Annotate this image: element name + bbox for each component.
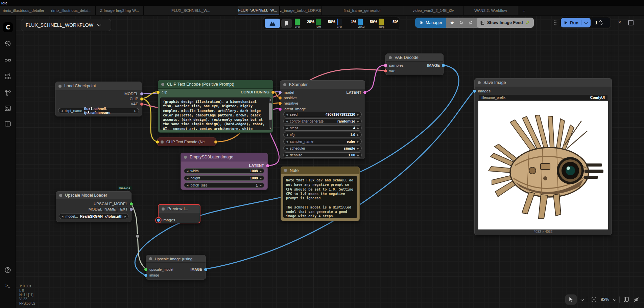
output-latent[interactable]: LATENT <box>346 90 366 94</box>
input-samples[interactable]: samples <box>384 63 404 67</box>
workflow-title-pill[interactable]: FLUX_SCHNELL_WORKFLOW <box>21 19 111 31</box>
bookmark-button[interactable] <box>281 19 292 28</box>
batch-count-stepper[interactable]: 1 <box>592 18 610 27</box>
bell-alt-icon[interactable] <box>468 20 473 25</box>
minimap-icon[interactable] <box>623 296 629 303</box>
tab-rimix-illustrious-detailer[interactable]: rimix_illustrious_detailer <box>0 6 47 15</box>
zoom-level[interactable]: 83% <box>601 297 609 302</box>
input-image[interactable]: image <box>144 273 159 277</box>
output-conditioning[interactable] <box>214 140 217 144</box>
layout-panels-icon[interactable] <box>4 120 12 128</box>
widget-model-name[interactable]: ◀model...RealESRGAN_x4plus.pth▶ <box>59 214 128 219</box>
prompt-textarea[interactable]: (graphic design illustration), a biomech… <box>160 97 271 130</box>
generated-image-preview[interactable] <box>478 101 608 229</box>
input-upscale-model[interactable]: upscale_model <box>144 267 173 271</box>
input-images[interactable] <box>157 219 160 222</box>
tab-video-wan2-2-14b-i2v[interactable]: video_wan2_2_14B_i2v <box>403 6 463 15</box>
cancel-run-button[interactable]: × <box>616 19 623 26</box>
widget-batch-size[interactable]: ◀batch_size1▶ <box>184 182 264 188</box>
input-positive[interactable]: positive <box>279 96 297 100</box>
node-header[interactable]: VAE Decode <box>386 54 443 62</box>
collapse-dot[interactable] <box>149 257 152 260</box>
widget-filename-prefix[interactable]: filename_prefixComfyUI <box>479 95 607 100</box>
gallery-icon[interactable] <box>4 104 12 112</box>
node-upscale-model-loader[interactable]: Upscale Model Loader UPSCALE_MODEL MODEL… <box>56 191 132 222</box>
node-header[interactable]: Save Image <box>475 79 612 87</box>
comfyui-logo[interactable]: C <box>3 22 13 32</box>
node-clip-text-encode-positive[interactable]: CLIP Text Encode (Positive Prompt) clip … <box>158 80 273 133</box>
output-upscale-model[interactable]: UPSCALE_MODEL <box>94 202 133 206</box>
widget-seed[interactable]: ◀seed490719673931320▶ <box>283 112 362 117</box>
collapse-dot[interactable] <box>389 56 392 59</box>
run-options-chevron-icon[interactable] <box>584 20 588 24</box>
terminal-icon[interactable]: >_ <box>4 282 12 290</box>
manager-button[interactable]: Manager <box>415 18 446 28</box>
node-vae-decode[interactable]: VAE Decode samples vae IMAGE <box>385 53 444 75</box>
collapse-dot[interactable] <box>161 83 164 86</box>
widget-denoise[interactable]: ◀denoise1.00▶ <box>283 152 362 158</box>
textarea-scrollbar[interactable]: ▲▼ <box>269 98 272 130</box>
widget-height[interactable]: ◀height1008▶ <box>184 175 264 181</box>
stepper-arrows[interactable] <box>600 20 602 25</box>
node-upscale-image[interactable]: Upscale Image (using ... upscale_model i… <box>146 255 206 280</box>
input-vae[interactable]: vae <box>384 69 396 73</box>
tab-z-image-img2img[interactable]: Z-Image-Img2Img-W... <box>96 6 144 15</box>
fit-view-icon[interactable] <box>591 296 597 303</box>
tab-wan2-2-workflow[interactable]: WAN2.2.-Workflow <box>463 6 518 15</box>
node-header[interactable]: Upscale Image (using ... <box>146 255 206 263</box>
note-textarea[interactable]: Note that Flux dev and schnell do not ha… <box>283 176 357 218</box>
collapse-dot[interactable] <box>284 169 287 172</box>
widget-cfg[interactable]: ◀cfg1.0▶ <box>283 132 362 137</box>
node-load-checkpoint[interactable]: Load Checkpoint MODEL CLIP VAE ◀ckpt_nam… <box>55 82 142 116</box>
collapse-dot[interactable] <box>59 194 62 197</box>
help-icon[interactable] <box>4 266 12 274</box>
collapse-dot[interactable] <box>162 207 165 211</box>
tool-chevron-icon[interactable] <box>580 297 584 301</box>
bell-icon[interactable] <box>459 20 464 25</box>
widget-width[interactable]: ◀width1008▶ <box>184 168 264 174</box>
widget-control-after-generate[interactable]: ◀control after generaterandomize▶ <box>283 118 362 124</box>
output-model-name-text[interactable]: MODEL_NAME_TEXT <box>89 207 133 211</box>
node-header[interactable]: Preview I... <box>159 205 200 213</box>
output-model[interactable]: MODEL <box>124 92 143 96</box>
node-ksampler[interactable]: KSampler model positive negative latent_… <box>280 80 365 159</box>
star-icon[interactable]: ★ <box>450 20 454 25</box>
stop-button[interactable] <box>628 20 634 25</box>
output-clip[interactable]: CLIP <box>129 97 143 101</box>
workflow-history-icon[interactable] <box>4 40 12 48</box>
tab-flux-schnell-2-active[interactable]: FLUX_SCHNELL_W... <box>238 6 280 15</box>
toggle-links-icon[interactable] <box>633 296 639 303</box>
show-image-feed-button[interactable]: Show Image Feed <box>477 18 534 28</box>
widget-scheduler[interactable]: ◀schedulersimple▶ <box>283 146 362 151</box>
output-latent[interactable]: LATENT <box>249 163 269 168</box>
toolbar-drag-handle[interactable] <box>554 20 556 25</box>
collapse-dot[interactable] <box>283 83 286 86</box>
node-clip-text-encode-negative[interactable]: CLIP Text Encode (Ne <box>157 137 216 146</box>
node-header[interactable]: EmptySD3LatentImage <box>181 153 267 161</box>
output-vae[interactable]: VAE <box>131 102 143 106</box>
new-tab-button[interactable]: + <box>518 6 530 15</box>
model-library-icon[interactable] <box>4 72 12 81</box>
run-button[interactable]: Run <box>561 18 591 27</box>
input-negative[interactable]: negative <box>279 101 298 105</box>
tab-flux-schnell-1[interactable]: FLUX_SCHNELL_W... <box>144 6 238 15</box>
node-header[interactable]: Load Checkpoint <box>55 82 142 90</box>
pointer-tool-button[interactable] <box>565 294 577 305</box>
node-header[interactable]: CLIP Text Encode (Positive Prompt) <box>158 80 273 89</box>
node-header[interactable]: KSampler <box>280 81 365 89</box>
collapse-dot[interactable] <box>58 85 62 88</box>
collapse-dot[interactable] <box>478 81 481 84</box>
widget-steps[interactable]: ◀steps4▶ <box>283 125 362 131</box>
node-preview-image[interactable]: Preview I... images <box>158 204 200 223</box>
tab-rimix-illustrious-detai[interactable]: rimix_illustrious_detai... <box>47 6 96 15</box>
node-save-image[interactable]: Save Image images filename_prefixComfyUI <box>474 78 612 235</box>
node-empty-sd3-latent-image[interactable]: EmptySD3LatentImage LATENT ◀width1008▶ ◀… <box>181 153 268 190</box>
workflows-graph-icon[interactable] <box>4 89 12 97</box>
output-image[interactable]: IMAGE <box>427 63 445 67</box>
output-image[interactable]: IMAGE <box>191 267 207 271</box>
tab-z-image-turbo-loras[interactable]: z_image_turbo_LORAS <box>280 6 321 15</box>
collapse-dot[interactable] <box>161 140 164 144</box>
input-clip[interactable]: clip <box>157 90 167 94</box>
input-clip[interactable] <box>156 140 159 144</box>
node-header[interactable]: Upscale Model Loader <box>56 192 131 199</box>
